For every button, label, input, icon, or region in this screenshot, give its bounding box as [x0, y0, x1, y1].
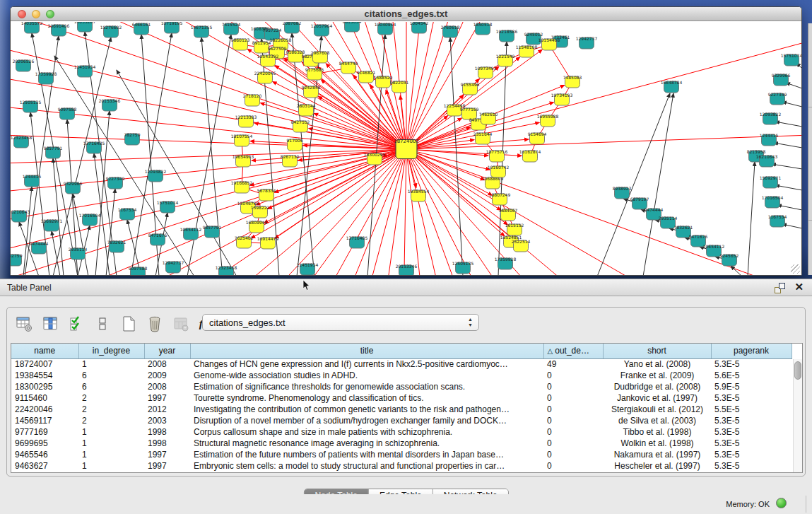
cell-name[interactable]: 9465546 — [11, 449, 78, 460]
graph-node[interactable]: 12505135 — [452, 261, 474, 274]
trash-icon[interactable] — [145, 314, 165, 334]
column-header-pagerank[interactable]: pagerank — [711, 344, 792, 358]
graph-node[interactable]: 9097588 — [58, 107, 77, 119]
graph-node[interactable]: 1598222 — [251, 205, 270, 218]
graph-node[interactable]: 782759 — [11, 253, 23, 266]
graph-node[interactable]: 12942737 — [576, 36, 598, 49]
cell-short[interactable]: Nakamura et al. (1997) — [603, 449, 711, 460]
graph-node[interactable]: 11451934 — [297, 262, 319, 275]
cell-short[interactable]: Jankovic et al. (1997) — [603, 392, 711, 404]
graph-node[interactable]: 12093822 — [145, 169, 167, 182]
cell-in_degree[interactable]: 1 — [78, 358, 144, 370]
graph-node[interactable]: 2718120 — [243, 93, 262, 106]
graph-node[interactable]: 9860123 — [231, 37, 250, 50]
cell-title[interactable]: Disruption of a novel member of a sodium… — [190, 415, 543, 426]
graph-node[interactable]: 1850518 — [473, 22, 493, 35]
cell-name[interactable]: 9115460 — [11, 392, 78, 404]
graph-node[interactable]: 14035572 — [21, 22, 43, 33]
cell-pagerank[interactable]: 5.6E-5 — [711, 370, 792, 381]
graph-node[interactable]: 20206526 — [13, 59, 35, 71]
column-header-short[interactable]: short — [603, 344, 711, 358]
graph-node[interactable]: 16210643 — [11, 209, 30, 222]
cell-title[interactable]: Genome-wide association studies in ADHD. — [190, 370, 543, 381]
graph-node[interactable]: 19166852 — [231, 180, 253, 193]
cell-out_de[interactable]: 0 — [543, 392, 603, 404]
cell-name[interactable]: 22420046 — [11, 404, 78, 415]
graph-node[interactable]: 9175685 — [305, 67, 324, 80]
graph-node[interactable]: 1167534 — [118, 207, 137, 220]
graph-node[interactable]: 20691406 — [48, 23, 70, 36]
graph-node[interactable]: 16648784 — [661, 80, 683, 93]
graph-node[interactable]: 7832621 — [107, 240, 126, 252]
cell-year[interactable]: 1997 — [144, 392, 190, 404]
table-row[interactable]: 969969511998Structural magnetic resonanc… — [11, 438, 792, 449]
graph-node[interactable]: 16955988 — [537, 114, 559, 127]
graph-node[interactable]: 12323468 — [216, 265, 237, 275]
cell-out_de[interactable]: 0 — [543, 460, 603, 472]
graph-node[interactable]: 9242848 — [302, 85, 321, 98]
cell-title[interactable]: Changes of HCN gene expression and I(f) … — [190, 358, 543, 370]
graph-node[interactable]: 2760618 — [441, 25, 460, 37]
column-header-name[interactable]: name — [11, 344, 78, 358]
graph-node[interactable]: 11451934 — [74, 64, 96, 77]
cell-in_degree[interactable]: 2 — [78, 392, 144, 404]
cell-name[interactable]: 14569117 — [11, 415, 78, 426]
graph-node[interactable]: 12213383 — [235, 115, 257, 127]
graph-node[interactable]: 12057964 — [311, 23, 333, 36]
cell-pagerank[interactable]: 5.9E-5 — [711, 381, 792, 392]
cell-short[interactable]: de Silva et al. (2003) — [603, 415, 711, 426]
cell-in_degree[interactable]: 1 — [78, 426, 144, 438]
graph-node[interactable]: 7515524 — [222, 22, 241, 35]
cell-short[interactable]: Wolkin et al. (1998) — [603, 438, 711, 449]
graph-node[interactable]: 8427552 — [291, 119, 310, 132]
graph-node[interactable]: 782759 — [124, 132, 141, 145]
graph-node[interactable]: 7462610 — [479, 112, 498, 124]
cell-year[interactable]: 2008 — [144, 358, 190, 370]
table-row[interactable]: 2242004622012Investigating the contribut… — [11, 404, 792, 415]
row-check-icon[interactable] — [66, 314, 86, 334]
graph-node[interactable]: 15692971 — [760, 175, 782, 188]
cell-name[interactable]: 9699695 — [11, 438, 78, 449]
table-row[interactable]: 1872400712008Changes of HCN gene express… — [11, 358, 792, 370]
cell-year[interactable]: 2012 — [144, 404, 190, 415]
graph-node[interactable]: 16210643 — [756, 154, 778, 167]
window-titlebar[interactable]: citations_edges.txt — [11, 7, 801, 21]
graph-node[interactable]: 7625402 — [235, 235, 254, 248]
graph-node[interactable]: 9155496 — [461, 82, 480, 95]
cell-in_degree[interactable]: 1 — [78, 460, 144, 472]
graph-node[interactable]: 9154694 — [528, 132, 547, 144]
graph-node[interactable]: 8267130 — [281, 154, 300, 167]
cell-title[interactable]: Estimation of significance thresholds fo… — [190, 381, 543, 392]
graph-node[interactable]: 9245652 — [720, 253, 739, 266]
cell-year[interactable]: 1997 — [144, 460, 190, 472]
cell-in_degree[interactable]: 2 — [78, 415, 144, 426]
cell-short[interactable]: Stergiakouli et al. (2012) — [603, 404, 711, 415]
graph-node[interactable]: 20153346 — [396, 264, 418, 275]
graph-node[interactable]: 8471676 — [148, 233, 167, 245]
graph-node[interactable]: 13716485 — [346, 235, 368, 248]
graph-node[interactable]: 10973493 — [475, 66, 497, 78]
cell-in_degree[interactable]: 6 — [78, 370, 144, 381]
graph-node[interactable]: 2351644 — [473, 132, 493, 144]
graph-node[interactable]: 2935114 — [69, 247, 88, 259]
graph-node[interactable]: 6466161 — [132, 22, 151, 35]
graph-node[interactable]: 917006 — [287, 138, 303, 151]
graph-node[interactable]: 9227349 — [768, 92, 787, 105]
column-header-in_degree[interactable]: in_degree — [78, 344, 144, 358]
graph-node[interactable]: 9097588 — [129, 266, 148, 275]
graph-node[interactable]: 10653287 — [74, 22, 96, 32]
graph-node[interactable]: 1221549 — [496, 54, 515, 66]
cell-name[interactable]: 18724007 — [11, 358, 78, 370]
cell-year[interactable]: 2009 — [144, 370, 190, 381]
scrollbar-thumb[interactable] — [794, 361, 801, 380]
cell-short[interactable]: Hescheler et al. (1997) — [603, 460, 711, 472]
cell-name[interactable]: 9463627 — [11, 460, 78, 472]
graph-node[interactable]: 8813054 — [343, 22, 362, 32]
cell-year[interactable]: 2003 — [144, 415, 190, 426]
cell-title[interactable]: Embryonic stem cells: a model to study s… — [190, 460, 543, 472]
cell-year[interactable]: 1997 — [144, 449, 190, 460]
column-header-title[interactable]: title — [190, 344, 543, 358]
close-panel-icon[interactable]: ✕ — [794, 281, 804, 293]
graph-node[interactable]: 18807249 — [489, 192, 511, 205]
graph-node[interactable]: 18107554 — [231, 134, 253, 146]
